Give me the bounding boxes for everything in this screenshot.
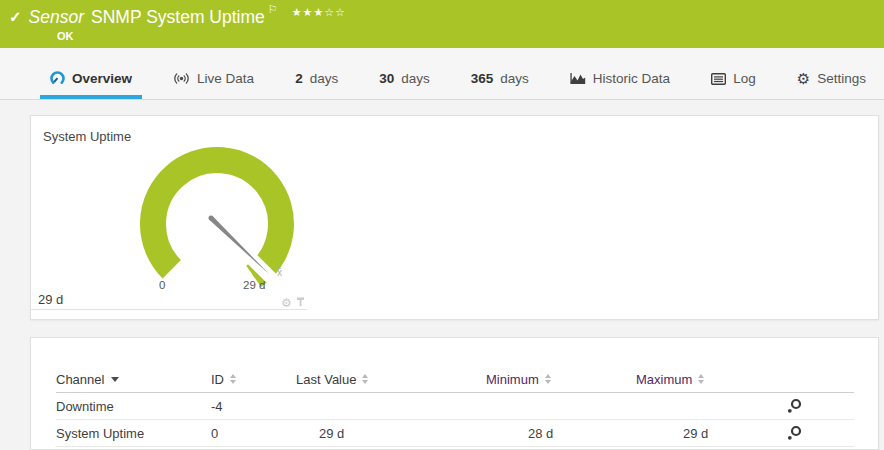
channel-last-value: 29 d: [296, 426, 486, 441]
priority-stars[interactable]: ★★★☆☆: [292, 6, 346, 19]
table-header-row: Channel ID Last Value Minimum Maximum: [56, 358, 854, 393]
log-icon: [711, 73, 726, 85]
col-header-maximum[interactable]: Maximum: [636, 372, 786, 387]
col-label: Channel: [56, 372, 104, 387]
channel-id: -4: [211, 399, 296, 414]
col-label: Minimum: [486, 372, 539, 387]
gauge-panel: System Uptime x̄ 0 29 d 29 d ⚙: [30, 115, 879, 320]
tab-number: 2: [295, 71, 303, 86]
channel-lookup-button[interactable]: [786, 398, 802, 414]
tab-settings[interactable]: ⚙ Settings: [787, 62, 876, 99]
channel-table: Channel ID Last Value Minimum Maximum: [56, 358, 854, 447]
magnifier-icon: [786, 425, 802, 441]
col-label: ID: [211, 372, 224, 387]
sort-icon: [230, 374, 236, 384]
sensor-header: ✓ Sensor SNMP System Uptime ⚐ ★★★☆☆ OK: [0, 0, 884, 48]
channel-name[interactable]: System Uptime: [56, 426, 211, 441]
tab-label: Live Data: [197, 71, 254, 86]
tab-label: days: [500, 71, 529, 86]
sensor-type-label: Sensor: [29, 5, 84, 29]
tab-label: Historic Data: [593, 71, 670, 86]
page-title: SNMP System Uptime: [91, 5, 265, 29]
col-label: Maximum: [636, 372, 692, 387]
sort-desc-icon: [111, 377, 119, 382]
gauge-scale-max: 29 d: [243, 279, 265, 291]
channel-maximum: 29 d: [636, 426, 786, 441]
live-data-icon: [173, 72, 190, 85]
tab-historic-data[interactable]: Historic Data: [560, 62, 680, 99]
content-area: System Uptime x̄ 0 29 d 29 d ⚙ Channel: [0, 100, 884, 450]
gauge-divider: [31, 309, 307, 310]
tab-label: days: [401, 71, 430, 86]
tab-bar: Overview Live Data 2 days 30 days 365 da…: [0, 48, 884, 100]
table-row-downtime: Downtime -4: [56, 393, 854, 420]
channel-id: 0: [211, 426, 296, 441]
gauge-icon: [50, 71, 65, 86]
tab-overview[interactable]: Overview: [40, 62, 142, 99]
tab-number: 365: [471, 71, 494, 86]
tab-365-days[interactable]: 365 days: [461, 62, 539, 99]
tab-label: Log: [733, 71, 756, 86]
tab-label: Overview: [72, 71, 132, 86]
flag-icon[interactable]: ⚐: [268, 3, 278, 16]
gear-icon: ⚙: [797, 73, 810, 85]
tab-2-days[interactable]: 2 days: [285, 62, 348, 99]
sort-icon: [545, 374, 551, 384]
tab-label: Settings: [817, 71, 866, 86]
gauge-current-value: 29 d: [38, 292, 63, 307]
tab-30-days[interactable]: 30 days: [369, 62, 440, 99]
status-ok-check-icon: ✓: [9, 8, 22, 26]
tab-log[interactable]: Log: [701, 62, 766, 99]
col-label: Last Value: [296, 372, 356, 387]
channel-minimum: 28 d: [486, 426, 636, 441]
sort-icon: [698, 374, 704, 384]
col-header-last-value[interactable]: Last Value: [296, 372, 486, 387]
sort-icon: [362, 374, 368, 384]
gauge-scale-min: 0: [159, 279, 165, 291]
pin-icon[interactable]: [296, 297, 305, 308]
magnifier-icon: [786, 398, 802, 414]
col-header-minimum[interactable]: Minimum: [486, 372, 636, 387]
average-marker: x̄: [277, 267, 282, 278]
gauge-settings-gear-icon[interactable]: ⚙: [281, 298, 292, 308]
tab-number: 30: [379, 71, 394, 86]
tab-live-data[interactable]: Live Data: [163, 62, 264, 99]
status-badge: OK: [57, 30, 884, 42]
channels-panel: Channel ID Last Value Minimum Maximum: [30, 337, 879, 450]
channel-lookup-button[interactable]: [786, 425, 802, 441]
channel-name[interactable]: Downtime: [56, 399, 211, 414]
tab-label: days: [310, 71, 339, 86]
uptime-gauge: x̄: [31, 116, 351, 321]
col-header-channel[interactable]: Channel: [56, 372, 211, 387]
col-header-id[interactable]: ID: [211, 372, 296, 387]
chart-icon: [570, 72, 586, 85]
table-row-system-uptime: System Uptime 0 29 d 28 d 29 d: [56, 420, 854, 447]
